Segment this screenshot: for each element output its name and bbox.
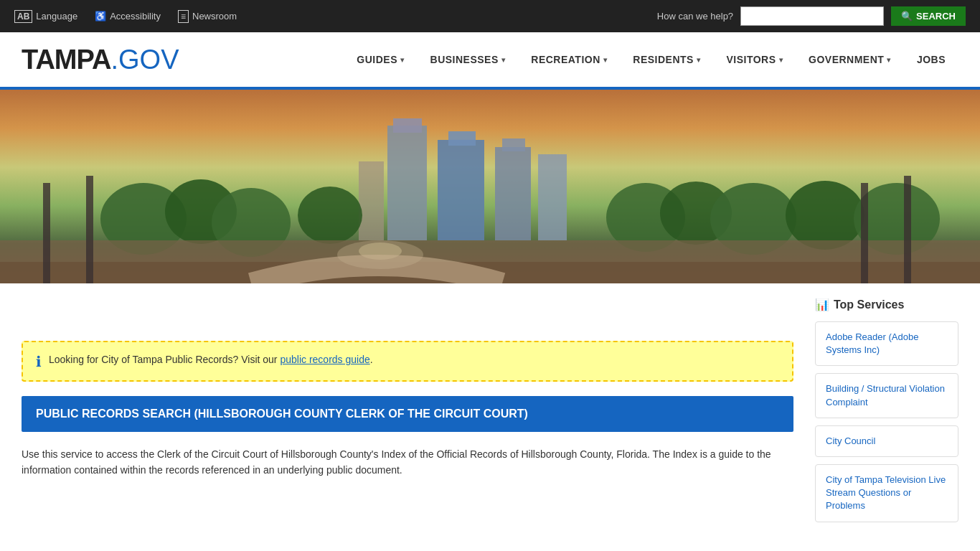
language-icon: AB: [14, 10, 32, 23]
accessibility-label: Accessibility: [110, 11, 161, 22]
description-text: Use this service to access the Clerk of …: [22, 446, 793, 479]
nav-businesses[interactable]: BUSINESSES ▾: [418, 31, 519, 88]
svg-point-16: [786, 181, 864, 250]
alert-box: ℹ Looking for City of Tampa Public Recor…: [22, 341, 793, 382]
nav-government[interactable]: GOVERNMENT ▾: [796, 31, 904, 88]
nav-residents-label: RESIDENTS: [633, 54, 694, 65]
nav-recreation-label: RECREATION: [531, 54, 600, 65]
chevron-down-icon: ▾: [779, 56, 783, 64]
svg-rect-7: [538, 154, 567, 240]
search-button[interactable]: 🔍 SEARCH: [891, 6, 966, 26]
newsroom-label: Newsroom: [192, 11, 237, 22]
help-text: How can we help?: [657, 11, 733, 22]
nav-jobs-label: JOBS: [917, 54, 946, 65]
header: TAMPA.GOV GUIDES ▾ BUSINESSES ▾ RECREATI…: [0, 32, 980, 90]
service-label-building: Building / Structural Violation Complain…: [826, 383, 945, 407]
chevron-down-icon: ▾: [887, 56, 891, 64]
newsroom-link[interactable]: ≡ Newsroom: [178, 10, 237, 23]
svg-rect-3: [438, 140, 484, 240]
service-card-council: City Council: [815, 425, 958, 457]
main-nav: GUIDES ▾ BUSINESSES ▾ RECREATION ▾ RESID…: [208, 31, 959, 88]
service-label-council: City Council: [826, 435, 875, 446]
public-records-link-text: public records guide: [280, 354, 369, 365]
nav-visitors[interactable]: VISITORS ▾: [713, 31, 796, 88]
service-label-adobe: Adobe Reader (Adobe Systems Inc): [826, 331, 918, 355]
sidebar: 📊 Top Services Adobe Reader (Adobe Syste…: [815, 298, 958, 529]
top-services-icon: 📊: [815, 298, 829, 311]
nav-visitors-label: VISITORS: [726, 54, 776, 65]
hero-skyline: [0, 90, 980, 283]
main-content: ℹ Looking for City of Tampa Public Recor…: [22, 298, 815, 529]
service-link-television[interactable]: City of Tampa Television Live Stream Que…: [826, 474, 946, 511]
chevron-down-icon: ▾: [603, 56, 608, 64]
svg-rect-6: [502, 138, 525, 151]
content-wrapper: ℹ Looking for City of Tampa Public Recor…: [0, 283, 980, 544]
svg-rect-23: [904, 176, 911, 283]
svg-rect-5: [495, 147, 531, 240]
search-icon: 🔍: [901, 11, 913, 22]
svg-rect-21: [86, 176, 93, 283]
top-bar-links: AB Language ♿ Accessibility ≡ Newsroom: [14, 10, 237, 23]
nav-guides[interactable]: GUIDES ▾: [344, 31, 417, 88]
nav-residents[interactable]: RESIDENTS ▾: [620, 31, 713, 88]
accessibility-link[interactable]: ♿ Accessibility: [95, 11, 161, 22]
top-bar: AB Language ♿ Accessibility ≡ Newsroom H…: [0, 0, 980, 32]
service-link-adobe[interactable]: Adobe Reader (Adobe Systems Inc): [826, 331, 918, 355]
top-services-title: 📊 Top Services: [815, 298, 958, 311]
newsroom-icon: ≡: [178, 10, 189, 23]
language-link[interactable]: AB Language: [14, 10, 77, 23]
svg-rect-1: [387, 126, 427, 240]
hero-image: [0, 90, 980, 283]
svg-rect-2: [393, 118, 422, 133]
chevron-down-icon: ▾: [697, 56, 701, 64]
svg-rect-4: [448, 131, 476, 146]
nav-recreation[interactable]: RECREATION ▾: [518, 31, 620, 88]
service-link-building[interactable]: Building / Structural Violation Complain…: [826, 383, 945, 407]
logo-gov: .GOV: [110, 44, 179, 75]
service-label-television: City of Tampa Television Live Stream Que…: [826, 474, 946, 511]
nav-businesses-label: BUSINESSES: [430, 54, 499, 65]
service-card-television: City of Tampa Television Live Stream Que…: [815, 464, 958, 522]
alert-text-before: Looking for City of Tampa Public Records…: [49, 354, 280, 365]
top-services-label: Top Services: [834, 298, 904, 311]
public-records-guide-link[interactable]: public records guide: [280, 354, 369, 365]
service-card-building: Building / Structural Violation Complain…: [815, 373, 958, 418]
site-logo[interactable]: TAMPA.GOV: [22, 44, 179, 75]
info-icon: ℹ: [36, 353, 42, 370]
svg-rect-8: [359, 161, 384, 240]
alert-text-after: .: [370, 354, 373, 365]
top-bar-search: How can we help? 🔍 SEARCH: [657, 6, 966, 26]
language-label: Language: [36, 11, 77, 22]
svg-rect-20: [43, 183, 50, 283]
chevron-down-icon: ▾: [501, 56, 506, 64]
accessibility-icon: ♿: [95, 11, 106, 22]
nav-jobs[interactable]: JOBS: [904, 31, 958, 88]
chevron-down-icon: ▾: [400, 56, 405, 64]
nav-government-label: GOVERNMENT: [809, 54, 884, 65]
svg-point-12: [298, 187, 362, 244]
svg-rect-22: [861, 183, 868, 283]
service-card-adobe: Adobe Reader (Adobe Systems Inc): [815, 321, 958, 366]
logo-tampa: TAMPA: [22, 44, 110, 75]
nav-guides-label: GUIDES: [357, 54, 397, 65]
search-button-label: SEARCH: [916, 11, 956, 22]
cta-button-label: PUBLIC RECORDS SEARCH (HILLSBOROUGH COUN…: [36, 408, 528, 420]
cta-button[interactable]: PUBLIC RECORDS SEARCH (HILLSBOROUGH COUN…: [22, 396, 793, 432]
service-link-council[interactable]: City Council: [826, 435, 875, 446]
alert-text: Looking for City of Tampa Public Records…: [49, 352, 373, 367]
search-input[interactable]: [740, 6, 884, 26]
